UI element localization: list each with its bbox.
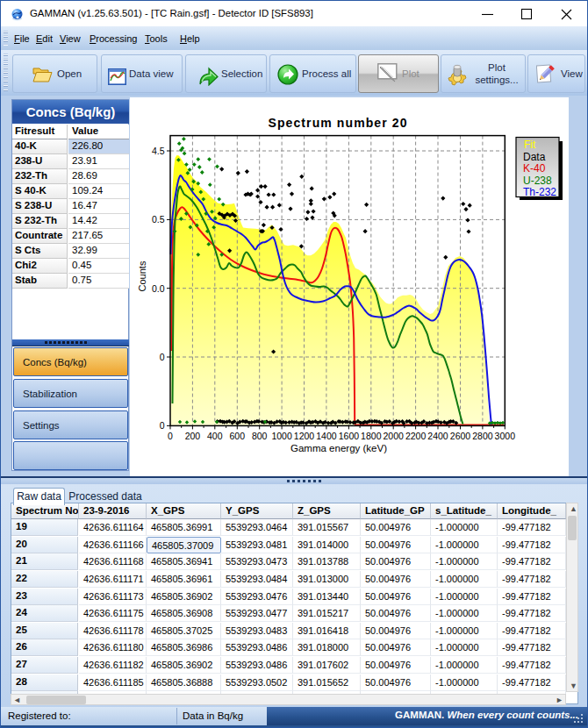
svg-text:0: 0 <box>160 352 165 362</box>
svg-text:U-238: U-238 <box>523 175 552 187</box>
svg-text:0.0: 0.0 <box>152 283 165 294</box>
svg-text:4.5: 4.5 <box>152 146 165 156</box>
svg-text:2200: 2200 <box>405 431 427 441</box>
svg-text:Data: Data <box>523 151 546 163</box>
svg-text:2600: 2600 <box>450 431 471 441</box>
svg-text:1600: 1600 <box>339 431 360 441</box>
svg-text:2400: 2400 <box>427 431 448 441</box>
svg-text:200: 200 <box>185 431 201 441</box>
svg-text:0: 0 <box>160 420 165 431</box>
svg-text:Th-232: Th-232 <box>523 186 556 198</box>
svg-text:Fit: Fit <box>524 139 536 151</box>
svg-text:K-40: K-40 <box>523 162 546 175</box>
svg-text:3000: 3000 <box>495 431 516 441</box>
svg-text:2000: 2000 <box>384 431 405 441</box>
svg-text:600: 600 <box>230 431 246 441</box>
svg-text:1000: 1000 <box>271 431 292 441</box>
svg-text:2800: 2800 <box>472 431 493 441</box>
svg-text:400: 400 <box>207 431 223 441</box>
svg-text:0.5: 0.5 <box>152 214 165 225</box>
svg-text:Counts: Counts <box>137 261 147 291</box>
svg-text:800: 800 <box>252 431 268 441</box>
svg-text:0: 0 <box>168 431 173 441</box>
svg-text:1400: 1400 <box>316 431 337 441</box>
svg-text:Spectrum number 20: Spectrum number 20 <box>268 116 407 130</box>
svg-text:1800: 1800 <box>361 431 382 441</box>
svg-text:1200: 1200 <box>294 431 315 441</box>
svg-text:Gamma energy (keV): Gamma energy (keV) <box>290 443 387 453</box>
